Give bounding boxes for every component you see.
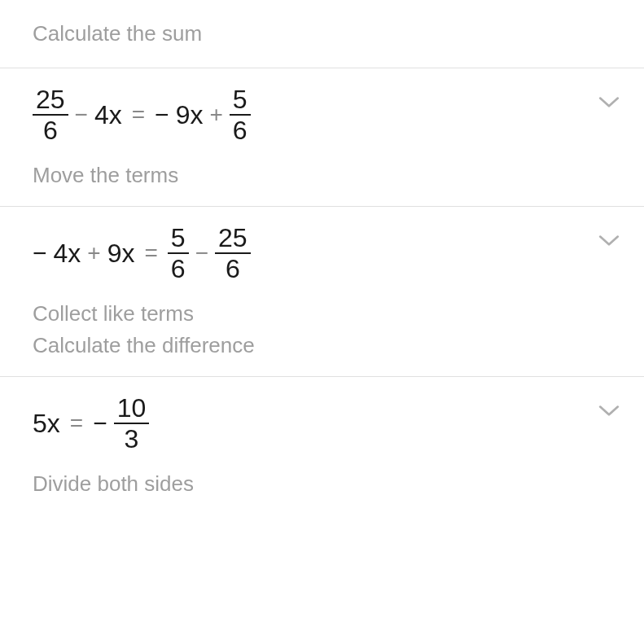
instruction-text: Calculate the sum [33,18,611,50]
numerator: 10 [114,393,150,424]
negative-sign: − [93,410,107,437]
instruction-text: Collect like terms Calculate the differe… [33,298,598,361]
step-content: − 4x + 9x = 5 6 − 25 6 Collect like term… [33,223,644,361]
negative-sign: − [155,101,169,129]
chevron-down-icon [598,96,620,109]
numerator: 25 [33,85,68,116]
plus-operator: + [209,102,222,128]
step-content: 5x = − 10 3 Divide both sides [33,393,644,500]
numerator: 5 [230,85,251,116]
denominator: 3 [121,424,142,453]
instruction-line: Collect like terms [33,298,598,330]
fraction: 5 6 [230,85,251,145]
minus-operator: − [195,240,208,266]
expand-chevron[interactable] [598,405,620,421]
term: 4x [94,100,122,130]
step-body: − 4x + 9x = 5 6 − 25 6 Collect like term… [33,223,598,361]
fraction: 5 6 [168,223,189,283]
instruction-text: Divide both sides [33,468,598,500]
negative-sign: − [33,239,47,267]
step-header-0: Calculate the sum [0,0,644,68]
equation-3: 5x = − 10 3 [33,393,598,453]
fraction: 10 3 [114,393,150,453]
step-3: 5x = − 10 3 Divide both sides [0,377,644,515]
step-2: − 4x + 9x = 5 6 − 25 6 Collect like term… [0,207,644,377]
step-body: 5x = − 10 3 Divide both sides [33,393,598,500]
fraction: 25 6 [33,85,68,145]
step-content: 25 6 − 4x = − 9x + 5 6 Move the terms [33,85,644,191]
chevron-down-icon [598,234,620,248]
step-1: 25 6 − 4x = − 9x + 5 6 Move the terms [0,68,644,207]
step-body: 25 6 − 4x = − 9x + 5 6 Move the terms [33,85,598,191]
numerator: 25 [215,223,251,254]
expand-chevron[interactable] [598,96,620,112]
equals-operator: = [70,410,83,436]
term: 5x [33,409,60,439]
equals-operator: = [144,240,157,266]
equation-2: − 4x + 9x = 5 6 − 25 6 [33,223,598,283]
denominator: 6 [40,116,61,145]
instruction-line: Calculate the difference [33,330,598,361]
denominator: 6 [168,254,189,283]
term: 9x [107,239,135,269]
denominator: 6 [230,116,251,145]
term: 4x [54,239,81,269]
term: 9x [176,100,204,130]
minus-operator: − [75,102,88,128]
equals-operator: = [132,102,145,128]
expand-chevron[interactable] [598,234,620,251]
numerator: 5 [168,223,189,254]
equation-1: 25 6 − 4x = − 9x + 5 6 [33,85,598,145]
chevron-down-icon [598,405,620,418]
denominator: 6 [222,254,243,283]
plus-operator: + [87,240,100,266]
fraction: 25 6 [215,223,251,283]
instruction-text: Move the terms [33,160,598,191]
